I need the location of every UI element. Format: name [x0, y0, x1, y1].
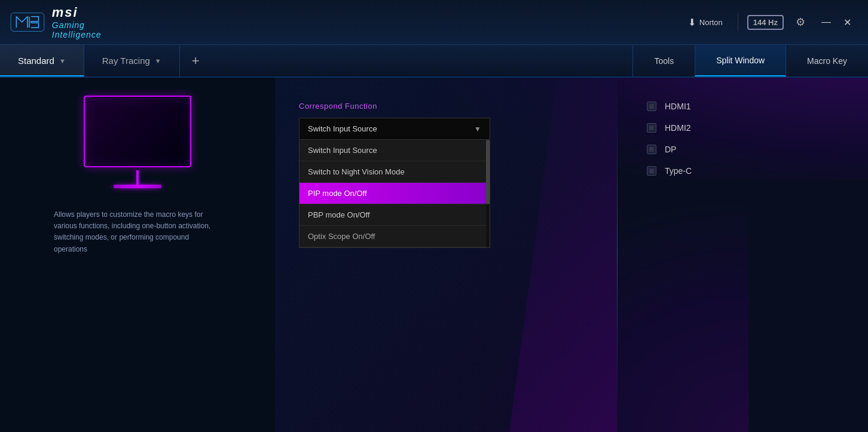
dropdown-item-pbp-mode[interactable]: PBP mode On/Off: [299, 204, 490, 226]
tab-ray-tracing-label: Ray Tracing: [102, 56, 150, 66]
input-option-hdmi2[interactable]: HDMI2: [647, 123, 838, 133]
chevron-down-icon: ▼: [474, 125, 481, 133]
brand-subtitle: Gaming Intelligence: [52, 20, 105, 39]
tab-tools[interactable]: Tools: [632, 45, 695, 76]
dropdown-item-pip-mode[interactable]: PIP mode On/Off: [299, 183, 490, 204]
checkbox-inner: [649, 125, 654, 130]
correspond-label: Correspond Function: [299, 102, 593, 111]
window-controls: — ✕: [817, 13, 856, 31]
dropdown-item-optix-scope[interactable]: Optix Scope On/Off: [299, 226, 490, 247]
monitor-illustration: [72, 96, 203, 191]
input-option-hdmi1[interactable]: HDMI1: [647, 102, 838, 111]
center-panel: Correspond Function Switch Input Source …: [275, 78, 617, 432]
tab-split-window-label: Split Window: [716, 56, 765, 65]
brand-msi: msi: [52, 5, 105, 20]
tab-standard-label: Standard: [18, 56, 54, 66]
dropdown-selected-text: Switch Input Source: [308, 124, 377, 133]
norton-button[interactable]: ⬇ Norton: [682, 14, 729, 31]
dropdown-menu: Switch Input Source Switch to Night Visi…: [299, 140, 490, 248]
hdmi2-label: HDMI2: [665, 123, 691, 133]
tab-tools-label: Tools: [654, 56, 674, 66]
left-description: Allows players to customize the macro ke…: [54, 209, 221, 255]
dp-checkbox[interactable]: [647, 145, 656, 154]
dp-label: DP: [665, 145, 676, 154]
dropdown-container: Switch Input Source ▼ Switch Input Sourc…: [299, 118, 490, 140]
checkbox-inner: [649, 104, 654, 109]
center-bg-shape: [509, 78, 617, 432]
monitor-screen: [84, 96, 191, 167]
logo-area: msi Gaming Intelligence: [0, 4, 105, 40]
tab-standard[interactable]: Standard ▼: [0, 45, 84, 76]
hz-badge: 144 Hz: [747, 15, 784, 30]
dropdown-item-switch-night[interactable]: Switch to Night Vision Mode: [299, 161, 490, 183]
titlebar: msi Gaming Intelligence ⬇ Norton 144 Hz …: [0, 0, 868, 45]
hdmi2-checkbox[interactable]: [647, 123, 656, 133]
navbar: Standard ▼ Ray Tracing ▼ + Tools Split W…: [0, 45, 868, 78]
titlebar-right: ⬇ Norton 144 Hz ⚙ — ✕: [682, 13, 868, 32]
close-button[interactable]: ✕: [838, 13, 856, 31]
checkbox-inner: [649, 168, 654, 173]
navbar-right: Tools Split Window Macro Key: [632, 45, 868, 76]
tab-macro-key-label: Macro Key: [807, 56, 847, 66]
hdmi1-label: HDMI1: [665, 102, 691, 111]
add-tab-button[interactable]: +: [180, 45, 212, 76]
scrollbar-thumb: [486, 140, 490, 204]
settings-icon[interactable]: ⚙: [793, 13, 808, 32]
minimize-button[interactable]: —: [817, 13, 835, 31]
divider: [738, 13, 738, 31]
input-option-dp[interactable]: DP: [647, 145, 838, 154]
right-panel: HDMI1 HDMI2 DP Type-C: [617, 78, 868, 432]
chevron-down-icon: ▼: [155, 57, 161, 65]
monitor-glow: [108, 182, 167, 191]
hdmi1-checkbox[interactable]: [647, 102, 656, 111]
dropdown-selected[interactable]: Switch Input Source ▼: [299, 118, 490, 140]
dropdown-scrollbar[interactable]: [486, 140, 490, 247]
input-option-type-c[interactable]: Type-C: [647, 166, 838, 176]
dropdown-item-switch-input[interactable]: Switch Input Source: [299, 140, 490, 161]
type-c-label: Type-C: [665, 166, 692, 176]
tab-ray-tracing[interactable]: Ray Tracing ▼: [84, 45, 180, 76]
download-icon: ⬇: [688, 17, 696, 28]
left-panel: Allows players to customize the macro ke…: [0, 78, 275, 432]
brand-text: msi Gaming Intelligence: [52, 5, 105, 39]
checkbox-inner: [649, 147, 654, 152]
norton-label: Norton: [699, 18, 723, 27]
msi-logo-icon: [9, 4, 46, 40]
chevron-down-icon: ▼: [59, 57, 66, 65]
tab-split-window[interactable]: Split Window: [695, 45, 786, 76]
type-c-checkbox[interactable]: [647, 166, 656, 176]
main-content: Allows players to customize the macro ke…: [0, 78, 868, 432]
tab-macro-key[interactable]: Macro Key: [786, 45, 868, 76]
